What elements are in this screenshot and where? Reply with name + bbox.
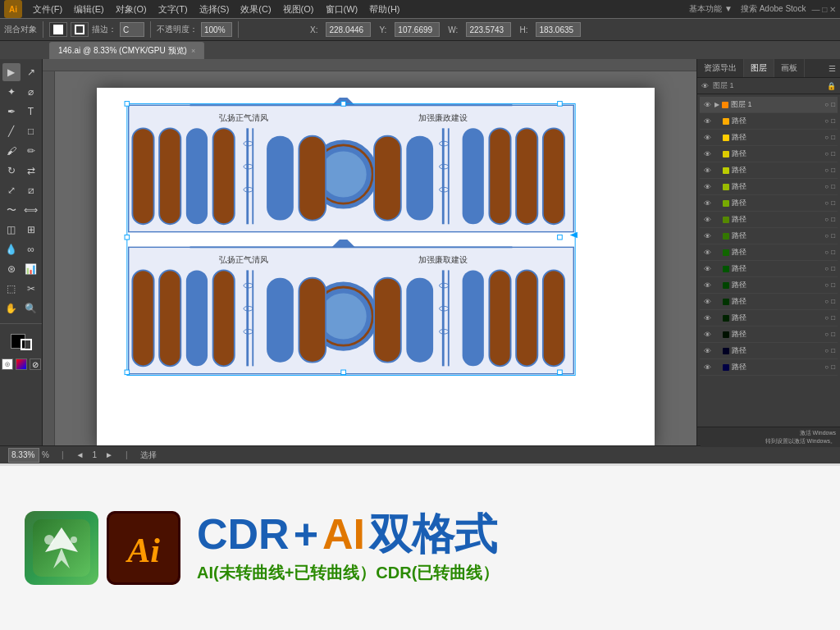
x-input[interactable]	[326, 22, 371, 37]
sub-lock-13[interactable]: □	[831, 314, 835, 322]
page-nav-left[interactable]: ◄	[76, 450, 84, 459]
color-mode-btn[interactable]: ◎	[2, 358, 13, 370]
menu-view[interactable]: 视图(O)	[278, 2, 319, 17]
zoom-input[interactable]	[8, 448, 39, 463]
sub-lock-4[interactable]: □	[831, 167, 835, 174]
sub-layer-row-2[interactable]: 👁 路径 ○ □	[700, 130, 838, 146]
tab-close-button[interactable]: ×	[191, 47, 195, 55]
h-input[interactable]	[536, 22, 581, 37]
column-graph-tool[interactable]: 📊	[22, 260, 40, 278]
sub-target-13[interactable]: ○	[824, 314, 829, 322]
lasso-tool[interactable]: ⌀	[22, 83, 40, 101]
sub-lock-1[interactable]: □	[831, 117, 835, 125]
sub-layer-eye-4[interactable]: 👁	[702, 167, 712, 175]
sub-target-3[interactable]: ○	[824, 150, 829, 158]
sub-target-11[interactable]: ○	[824, 281, 829, 289]
layer-main-row[interactable]: 👁 ▶ 图层 1 ○ □	[700, 97, 838, 113]
sub-layer-eye-7[interactable]: 👁	[702, 216, 712, 224]
sub-target-2[interactable]: ○	[824, 134, 829, 141]
canvas-content[interactable]: 优图网 优图网 优图网 弘扬正气清风 加强廉政建设	[55, 71, 696, 445]
layer-eye-icon[interactable]: 👁	[702, 101, 712, 109]
sub-lock-5[interactable]: □	[831, 183, 835, 190]
menu-effect[interactable]: 效果(C)	[235, 2, 276, 17]
sub-layer-eye-6[interactable]: 👁	[702, 199, 712, 208]
sub-target-9[interactable]: ○	[824, 249, 829, 256]
page-nav-right[interactable]: ►	[105, 450, 113, 459]
scale-tool[interactable]: ⤢	[2, 181, 21, 199]
sub-lock-15[interactable]: □	[831, 347, 835, 354]
window-controls[interactable]: ― □ ✕	[811, 5, 836, 14]
y-input[interactable]	[395, 22, 440, 37]
pencil-tool[interactable]: ✏	[22, 142, 40, 160]
sub-lock-12[interactable]: □	[831, 298, 835, 305]
sub-layer-row-11[interactable]: 👁 路径 ○ □	[700, 277, 838, 294]
stroke-width-input[interactable]	[120, 22, 144, 37]
sub-layer-row-8[interactable]: 👁 路径 ○ □	[700, 228, 838, 244]
zoom-tool[interactable]: 🔍	[22, 299, 40, 317]
sub-target-5[interactable]: ○	[824, 183, 829, 190]
sub-target-7[interactable]: ○	[824, 216, 829, 223]
sub-target-6[interactable]: ○	[824, 199, 829, 207]
sub-layer-eye-10[interactable]: 👁	[702, 265, 712, 273]
sub-lock-8[interactable]: □	[831, 232, 835, 240]
warp-tool[interactable]: 〜	[2, 201, 21, 219]
sub-layer-eye-3[interactable]: 👁	[702, 150, 712, 158]
menu-file[interactable]: 文件(F)	[28, 2, 67, 17]
rect-tool[interactable]: □	[22, 122, 40, 140]
sub-lock-11[interactable]: □	[831, 281, 835, 289]
pen-tool[interactable]: ✒	[2, 103, 21, 121]
stroke-swatch[interactable]	[71, 22, 89, 37]
layer-expand-arrow[interactable]: ▶	[714, 101, 719, 108]
sub-layer-row-9[interactable]: 👁 路径 ○ □	[700, 244, 838, 261]
rotate-tool[interactable]: ↻	[2, 162, 21, 180]
panel-tab-layers[interactable]: 图层	[744, 59, 774, 77]
menu-help[interactable]: 帮助(H)	[364, 2, 404, 17]
sub-layer-row-10[interactable]: 👁 路径 ○ □	[700, 261, 838, 277]
magic-wand-tool[interactable]: ✦	[2, 83, 21, 101]
gradient-btn[interactable]	[16, 358, 27, 370]
sub-target-10[interactable]: ○	[824, 265, 829, 272]
layer-target-icon[interactable]: ○	[824, 101, 829, 108]
sub-layer-eye-13[interactable]: 👁	[702, 314, 712, 322]
gradient-tool[interactable]: ◫	[2, 221, 21, 239]
sub-target-8[interactable]: ○	[824, 232, 829, 240]
slice-tool[interactable]: ✂	[22, 280, 40, 298]
sub-layer-eye-12[interactable]: 👁	[702, 298, 712, 306]
sub-layer-row-4[interactable]: 👁 路径 ○ □	[700, 162, 838, 179]
shear-tool[interactable]: ⧄	[22, 181, 40, 199]
sub-target-16[interactable]: ○	[824, 363, 829, 371]
opacity-input[interactable]	[201, 22, 232, 37]
sub-target-1[interactable]: ○	[824, 117, 829, 125]
menu-window[interactable]: 窗口(W)	[321, 2, 363, 17]
sub-target-12[interactable]: ○	[824, 298, 829, 305]
sub-lock-6[interactable]: □	[831, 199, 835, 207]
sub-layer-eye-2[interactable]: 👁	[702, 134, 712, 142]
sub-layer-eye-5[interactable]: 👁	[702, 183, 712, 191]
sub-layer-eye-15[interactable]: 👁	[702, 347, 712, 355]
sub-layer-row-7[interactable]: 👁 路径 ○ □	[700, 212, 838, 228]
sub-layer-eye-8[interactable]: 👁	[702, 232, 712, 240]
sub-lock-7[interactable]: □	[831, 216, 835, 223]
mesh-tool[interactable]: ⊞	[22, 221, 40, 239]
sub-lock-16[interactable]: □	[831, 363, 835, 371]
sub-layer-eye-11[interactable]: 👁	[702, 281, 712, 290]
sub-layer-row-13[interactable]: 👁 路径 ○ □	[700, 310, 838, 326]
hand-tool[interactable]: ✋	[2, 299, 21, 317]
stroke-color-box[interactable]	[21, 339, 32, 350]
symbol-tool[interactable]: ⊛	[2, 260, 21, 278]
mirror-tool[interactable]: ⇄	[22, 162, 40, 180]
layer-lock-icon[interactable]: □	[831, 101, 835, 108]
blend-tool[interactable]: ∞	[22, 240, 40, 258]
sub-lock-2[interactable]: □	[831, 134, 835, 141]
sub-layer-eye-14[interactable]: 👁	[702, 331, 712, 339]
sub-layer-row-15[interactable]: 👁 路径 ○ □	[700, 343, 838, 359]
document-tab[interactable]: 146.ai @ 8.33% (CMYK/GPU 预览) ×	[49, 42, 204, 59]
eyedropper-tool[interactable]: 💧	[2, 240, 21, 258]
panel-tab-artboards[interactable]: 画板	[774, 59, 805, 77]
sub-layer-row-5[interactable]: 👁 路径 ○ □	[700, 179, 838, 195]
sub-lock-10[interactable]: □	[831, 265, 835, 272]
sub-target-4[interactable]: ○	[824, 167, 829, 174]
sub-lock-3[interactable]: □	[831, 150, 835, 158]
sub-layer-eye-1[interactable]: 👁	[702, 117, 712, 126]
sub-layer-row-3[interactable]: 👁 路径 ○ □	[700, 146, 838, 162]
